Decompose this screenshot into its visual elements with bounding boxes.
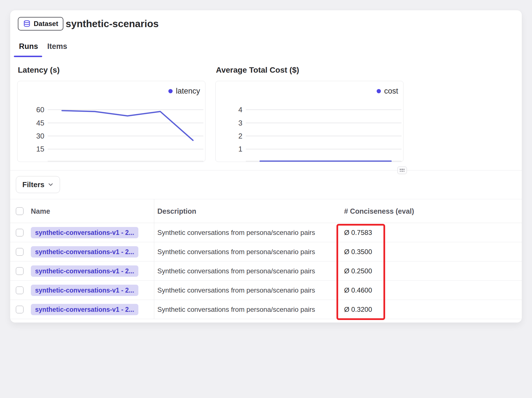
legend-label: latency [176, 87, 200, 96]
conciseness-value: Ø 0.3500 [344, 248, 372, 256]
run-name-badge[interactable]: synthetic-conversations-v1 - 2... [31, 285, 138, 296]
run-description: Synthetic conversations from persona/sce… [157, 229, 315, 237]
conciseness-value: Ø 0.3200 [344, 306, 372, 313]
panel-resize-handle[interactable] [397, 166, 407, 174]
conciseness-value: Ø 0.7583 [344, 229, 372, 237]
svg-text:15: 15 [36, 145, 44, 153]
database-icon [23, 20, 31, 28]
run-name-badge[interactable]: synthetic-conversations-v1 - 2... [31, 304, 138, 315]
cost-legend: cost [377, 87, 398, 96]
run-name-badge[interactable]: synthetic-conversations-v1 - 2... [31, 227, 138, 238]
svg-text:1: 1 [238, 145, 242, 153]
legend-label: cost [384, 87, 398, 96]
conciseness-value: Ø 0.2500 [344, 267, 372, 275]
cost-chart-title: Average Total Cost ($) [216, 66, 299, 75]
cost-chart: cost 4321 [215, 81, 404, 162]
conciseness-value: Ø 0.4600 [344, 286, 372, 294]
run-description: Synthetic conversations from persona/sce… [157, 306, 315, 313]
run-description: Synthetic conversations from persona/sce… [157, 267, 315, 275]
latency-chart-title: Latency (s) [18, 66, 60, 75]
svg-text:45: 45 [36, 119, 44, 127]
run-name-badge[interactable]: synthetic-conversations-v1 - 2... [31, 246, 138, 258]
svg-text:60: 60 [36, 106, 44, 114]
latency-legend: latency [168, 87, 200, 96]
row-checkbox[interactable] [16, 229, 23, 236]
section-divider [10, 170, 522, 170]
column-header-name: Name [31, 207, 50, 215]
table-body: synthetic-conversations-v1 - 2... Synthe… [10, 223, 522, 319]
latency-chart: latency 60453015 [17, 81, 205, 162]
row-checkbox[interactable] [16, 306, 23, 313]
chevron-down-icon [48, 182, 53, 187]
legend-dot-icon [168, 89, 173, 93]
svg-text:30: 30 [36, 132, 44, 140]
page-title: synthetic-scenarios [66, 17, 159, 31]
tab-items[interactable]: Items [47, 41, 67, 52]
row-checkbox[interactable] [16, 267, 23, 275]
table-row: synthetic-conversations-v1 - 2... Synthe… [10, 300, 522, 319]
column-header-conciseness: # Conciseness (eval) [344, 207, 414, 215]
svg-text:4: 4 [238, 106, 242, 114]
cost-line-plot: 4321 [216, 81, 403, 162]
table-row: synthetic-conversations-v1 - 2... Synthe… [10, 223, 522, 242]
dataset-card: Dataset synthetic-scenarios Runs Items L… [10, 10, 522, 323]
table-row: synthetic-conversations-v1 - 2... Synthe… [10, 242, 522, 261]
row-checkbox[interactable] [16, 248, 23, 256]
run-description: Synthetic conversations from persona/sce… [157, 286, 315, 294]
table-row: synthetic-conversations-v1 - 2... Synthe… [10, 281, 522, 300]
svg-text:2: 2 [238, 132, 242, 140]
legend-dot-icon [377, 89, 381, 93]
filters-button-label: Filters [22, 180, 44, 189]
dataset-badge: Dataset [18, 17, 63, 31]
filters-button[interactable]: Filters [16, 176, 60, 193]
table-row: synthetic-conversations-v1 - 2... Synthe… [10, 261, 522, 281]
row-checkbox[interactable] [16, 286, 23, 294]
run-description: Synthetic conversations from persona/sce… [157, 248, 315, 256]
column-header-description: Description [157, 207, 196, 215]
svg-text:3: 3 [238, 119, 242, 127]
active-tab-underline [14, 56, 42, 57]
table-header-row: Name Description # Conciseness (eval) [10, 199, 522, 223]
grip-dots-icon [400, 169, 405, 172]
run-name-badge[interactable]: synthetic-conversations-v1 - 2... [31, 265, 138, 277]
dataset-badge-label: Dataset [34, 20, 58, 28]
select-all-checkbox[interactable] [16, 207, 23, 215]
tab-runs[interactable]: Runs [19, 41, 38, 52]
